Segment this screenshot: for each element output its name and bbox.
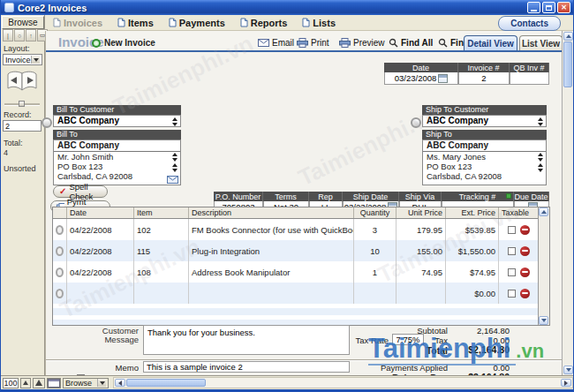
tracking-action-icon[interactable] <box>506 193 511 199</box>
cell-item[interactable]: 115 <box>134 240 189 261</box>
tax-rate-label: Tax Rate <box>344 335 389 345</box>
scrollbar-thumb[interactable] <box>563 41 572 87</box>
cell-date[interactable]: 04/22/2008 <box>67 240 134 261</box>
bill-to-customer-handle[interactable] <box>42 117 52 128</box>
scroll-down-icon[interactable] <box>563 366 573 374</box>
minimize-button[interactable] <box>527 2 540 13</box>
table-row[interactable]: $0.00 <box>53 283 540 304</box>
cell-unit-price[interactable]: 155.00 <box>397 240 446 261</box>
customer-message-field[interactable]: Thank you for your business. <box>143 325 350 355</box>
qb-inv-field[interactable] <box>510 72 549 85</box>
print-button[interactable]: Print <box>297 38 329 48</box>
delete-row-icon[interactable] <box>520 268 530 277</box>
scroll-up-icon[interactable] <box>539 207 548 216</box>
tool-icon-1[interactable]: | <box>3 29 13 41</box>
ship-to-customer-dropdown[interactable]: ABC Company <box>422 115 547 127</box>
maximize-button[interactable] <box>542 2 555 13</box>
scrollbar-thumb[interactable] <box>126 379 206 387</box>
stepper-icon[interactable] <box>538 117 544 126</box>
zoom-level[interactable]: 100 <box>3 378 19 388</box>
scroll-up-icon[interactable] <box>563 32 573 41</box>
tool-icon-3[interactable]: ↑ <box>26 29 36 41</box>
spell-check-button[interactable]: ✓ Spell Check <box>53 185 108 198</box>
delete-row-icon[interactable] <box>520 225 530 235</box>
tab-list-view[interactable]: List View <box>519 35 563 50</box>
slider-knob[interactable] <box>19 101 25 107</box>
scroll-down-icon[interactable] <box>539 316 548 325</box>
cell-date[interactable]: 04/22/2008 <box>67 219 134 240</box>
memo-field[interactable] <box>143 361 350 373</box>
cell-date[interactable] <box>67 283 134 304</box>
email-button[interactable]: Email <box>258 38 294 48</box>
taxable-checkbox[interactable] <box>508 247 516 255</box>
preview-button[interactable]: Preview <box>339 38 385 48</box>
tool-icon-2[interactable]: ○ <box>14 29 25 41</box>
tab-invoices[interactable]: Invoices <box>53 18 102 28</box>
cell-quantity[interactable]: 3 <box>354 219 397 240</box>
row-handle-icon[interactable] <box>56 225 64 235</box>
new-invoice-button[interactable]: New Invoice <box>92 38 155 48</box>
table-scrollbar[interactable] <box>538 207 549 325</box>
bill-to-address-box[interactable]: ABC Company Mr. John Smith PO Box 123 Ca… <box>53 139 181 185</box>
taxable-checkbox[interactable] <box>508 290 516 298</box>
record-number-field[interactable]: 2 <box>3 120 42 132</box>
table-row[interactable]: 04/22/2008 115 Plug-in Integration 10 15… <box>53 240 540 261</box>
calendar-icon[interactable] <box>438 74 448 83</box>
cell-quantity[interactable] <box>354 283 397 304</box>
cell-unit-price[interactable] <box>397 283 446 304</box>
cell-quantity[interactable]: 1 <box>354 261 397 283</box>
find-all-button[interactable]: Find All <box>389 38 433 48</box>
record-slider[interactable] <box>4 101 40 107</box>
row-handle-icon[interactable] <box>56 268 64 277</box>
stepper-icon[interactable] <box>538 163 544 172</box>
mode-dropdown[interactable]: Browse <box>63 378 109 388</box>
row-handle-icon[interactable] <box>56 289 64 298</box>
zoom-out-icon[interactable] <box>20 378 31 388</box>
scroll-left-icon[interactable] <box>115 379 125 387</box>
record-book-navigator[interactable] <box>5 70 39 94</box>
stepper-icon[interactable] <box>172 163 178 172</box>
stepper-icon[interactable] <box>538 153 544 162</box>
taxable-checkbox[interactable] <box>508 268 516 276</box>
horizontal-scrollbar[interactable] <box>113 377 573 388</box>
row-handle-icon[interactable] <box>56 246 64 256</box>
cell-description[interactable]: Plug-in Integration <box>189 240 354 261</box>
bill-to-customer-dropdown[interactable]: ABC Company <box>53 115 181 127</box>
cell-item[interactable]: 108 <box>134 261 189 283</box>
invoice-number-field[interactable]: 2 <box>458 72 510 85</box>
tab-items[interactable]: Items <box>117 18 154 28</box>
scroll-right-icon[interactable] <box>561 379 571 387</box>
delete-row-icon[interactable] <box>520 289 530 298</box>
ship-to-address-box[interactable]: ABC Company Ms. Mary Jones PO Box 123 Ca… <box>422 139 547 185</box>
layout-dropdown[interactable]: Invoice <box>3 54 42 65</box>
contacts-button[interactable]: Contacts <box>498 16 561 31</box>
tab-reports[interactable]: Reports <box>240 18 288 28</box>
stepper-icon[interactable] <box>172 117 178 126</box>
chevron-down-icon[interactable] <box>31 56 40 64</box>
zoom-in-icon[interactable] <box>33 378 45 388</box>
tab-detail-view[interactable]: Detail View <box>464 35 517 50</box>
cell-unit-price[interactable]: 179.95 <box>397 219 446 240</box>
taxable-checkbox[interactable] <box>508 226 516 234</box>
tab-lists[interactable]: Lists <box>302 18 336 28</box>
cell-item[interactable] <box>134 283 189 304</box>
status-area-toggle-icon[interactable] <box>47 378 61 388</box>
cell-item[interactable]: 102 <box>134 219 189 240</box>
cell-quantity[interactable]: 10 <box>354 240 397 261</box>
tracking-header-label: Tracking # <box>459 192 496 201</box>
cell-unit-price[interactable]: 74.95 <box>397 261 446 283</box>
ship-to-customer-handle[interactable] <box>411 117 421 128</box>
close-button[interactable]: ✕ <box>557 2 570 13</box>
cell-date[interactable]: 04/22/2008 <box>67 261 134 283</box>
table-row[interactable]: 04/22/2008 102 FM Books Connector (for u… <box>53 219 540 240</box>
stepper-icon[interactable] <box>172 153 178 162</box>
date-field[interactable]: 03/23/2008 <box>384 72 458 85</box>
cell-description[interactable] <box>189 283 354 304</box>
delete-row-icon[interactable] <box>520 246 530 256</box>
cell-description[interactable]: FM Books Connector (for use with QuickBo… <box>189 219 354 240</box>
vertical-scrollbar[interactable] <box>562 31 573 375</box>
table-row[interactable]: 04/22/2008 108 Address Book Manipulator … <box>53 261 540 283</box>
tab-payments[interactable]: Payments <box>169 18 225 28</box>
cell-description[interactable]: Address Book Manipulator <box>189 261 354 283</box>
mail-icon[interactable] <box>167 176 178 184</box>
